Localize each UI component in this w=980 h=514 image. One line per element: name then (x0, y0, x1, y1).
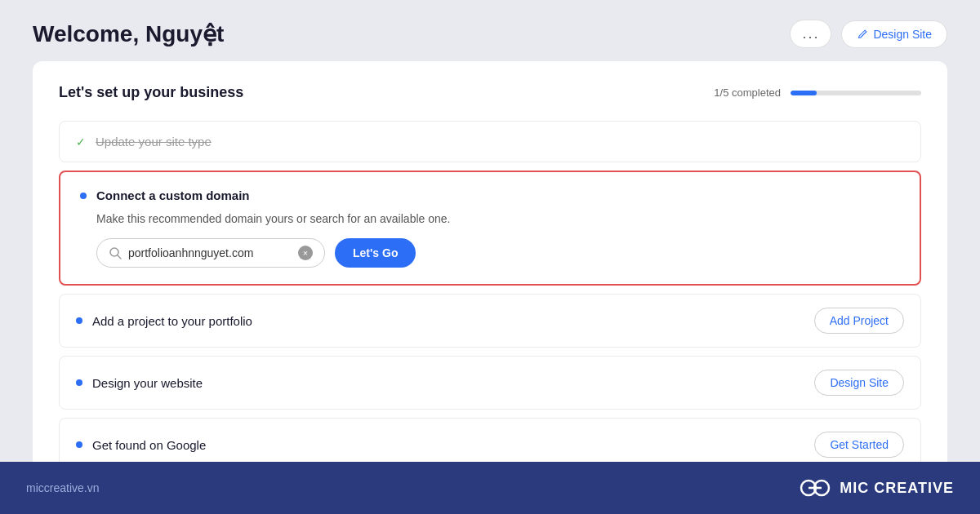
more-button[interactable]: ... (790, 20, 831, 48)
progress-bar-background (791, 91, 921, 95)
lets-go-button[interactable]: Let's Go (335, 238, 416, 268)
step-label: Update your site type (96, 135, 212, 148)
footer: miccreative.vn MIC CREATIVE (0, 462, 980, 514)
step-label: Add a project to your portfolio (92, 314, 252, 328)
setup-card: Let's set up your business 1/5 completed… (33, 61, 947, 462)
search-input-wrap[interactable]: × (96, 238, 325, 268)
step-left: Design your website (76, 376, 203, 390)
header-design-site-button[interactable]: Design Site (841, 20, 947, 48)
step-left: ✓ Update your site type (76, 135, 212, 148)
get-started-button[interactable]: Get Started (814, 432, 904, 458)
footer-brand: MIC CREATIVE (799, 476, 954, 500)
step-dot-icon (80, 193, 87, 199)
design-site-button[interactable]: Design Site (814, 370, 904, 396)
card-title: Let's set up your business (59, 84, 243, 101)
card-header: Let's set up your business 1/5 completed (59, 84, 921, 101)
step-update-site-type: ✓ Update your site type (59, 121, 921, 162)
step-dot-icon (76, 441, 82, 448)
step-left: Get found on Google (76, 438, 206, 452)
footer-brand-name: MIC CREATIVE (840, 480, 954, 497)
footer-url: miccreative.vn (26, 481, 99, 494)
step-left: Add a project to your portfolio (76, 314, 252, 328)
progress-bar-fill (791, 91, 817, 95)
step-add-project: Add a project to your portfolio Add Proj… (59, 294, 921, 348)
page-title: Welcome, Nguyệt (33, 20, 224, 47)
step-label: Design your website (92, 376, 203, 390)
step-get-found-google: Get found on Google Get Started (59, 418, 921, 462)
main-content: Let's set up your business 1/5 completed… (0, 61, 980, 462)
step-description: Make this recommended domain yours or se… (96, 212, 450, 225)
step-connect-domain: Connect a custom domain Make this recomm… (59, 171, 921, 286)
clear-input-button[interactable]: × (298, 246, 313, 260)
pencil-icon (857, 29, 868, 40)
step-label-active: Connect a custom domain (96, 188, 250, 202)
progress-area: 1/5 completed (714, 86, 921, 99)
add-project-button[interactable]: Add Project (814, 308, 904, 334)
active-step-top: Connect a custom domain (80, 188, 900, 202)
domain-search-input[interactable] (128, 246, 292, 259)
mic-creative-logo (799, 476, 831, 500)
check-icon: ✓ (76, 135, 86, 148)
svg-line-1 (118, 255, 121, 259)
step-label: Get found on Google (92, 438, 206, 452)
search-row: × Let's Go (96, 238, 416, 268)
step-dot-icon (76, 379, 82, 386)
header: Welcome, Nguyệt ... Design Site (0, 0, 980, 61)
step-design-website: Design your website Design Site (59, 356, 921, 410)
search-icon (109, 246, 122, 259)
header-actions: ... Design Site (790, 20, 947, 48)
step-dot-icon (76, 317, 82, 324)
progress-label: 1/5 completed (714, 86, 781, 99)
logo-icon (799, 476, 831, 500)
